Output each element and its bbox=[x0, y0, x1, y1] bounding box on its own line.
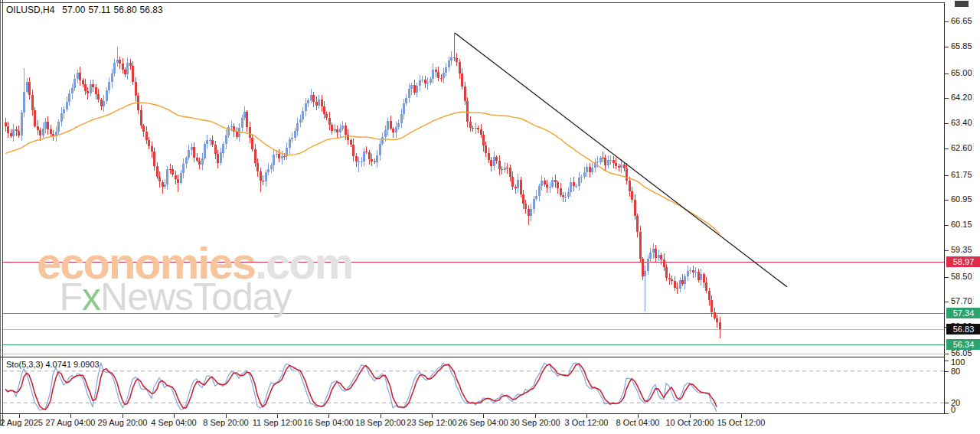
chart-top-border bbox=[0, 2, 945, 3]
price-tick-label: 63.40 bbox=[951, 118, 972, 128]
close-value: 56.83 bbox=[140, 5, 163, 15]
price-badge-57.34: 57.34 bbox=[946, 308, 980, 318]
price-tick-label: 66.65 bbox=[951, 16, 972, 26]
price-badge-56.34: 56.34 bbox=[946, 339, 980, 350]
symbol-period-label: OILUSD,H4 bbox=[6, 5, 54, 15]
stochastic-values: 4.0741 9.0903 bbox=[45, 360, 99, 369]
price-badge-56.83: 56.83 bbox=[946, 324, 980, 334]
price-tick-label: 58.50 bbox=[951, 272, 972, 282]
price-tick-label: 57.70 bbox=[951, 296, 972, 306]
chart-scroll-marker bbox=[955, 1, 969, 7]
price-tick-label: 61.75 bbox=[951, 170, 972, 180]
sto-tick-label: 80 bbox=[951, 367, 960, 376]
date-label: 15 Oct 12:00 bbox=[706, 418, 776, 427]
price-tick-label: 65.00 bbox=[951, 68, 972, 78]
chart-title: OILUSD,H457.0057.1156.8056.83 bbox=[6, 5, 166, 15]
window-left-border bbox=[0, 0, 1, 426]
moving-average-line[interactable] bbox=[5, 103, 720, 233]
low-value: 56.80 bbox=[114, 5, 137, 15]
price-tick-label: 60.95 bbox=[951, 194, 972, 204]
trendline[interactable] bbox=[455, 33, 787, 287]
price-tick-label: 60.15 bbox=[951, 220, 972, 230]
time-axis-border[interactable] bbox=[0, 413, 945, 414]
stochastic-name: Sto(5,3,3) bbox=[6, 360, 43, 369]
stochastic-label: Sto(5,3,3) 4.0741 9.0903 bbox=[6, 360, 100, 369]
panel-separator-dark[interactable] bbox=[0, 357, 945, 357]
sto-tick-label: 100 bbox=[951, 357, 965, 367]
open-value: 57.00 bbox=[62, 5, 85, 15]
high-value: 57.11 bbox=[88, 5, 110, 15]
price-tick-label: 65.85 bbox=[951, 41, 972, 51]
price-badge-58.97: 58.97 bbox=[946, 256, 980, 267]
chart-window[interactable]: economies.com FxNewsToday OILUSD,H457.00… bbox=[0, 0, 980, 434]
axis-ticks bbox=[20, 22, 949, 419]
price-tick-label: 64.20 bbox=[951, 93, 972, 103]
candlestick-layer bbox=[5, 33, 721, 338]
chart-left-border bbox=[2, 0, 3, 426]
price-tick-label: 62.60 bbox=[951, 143, 972, 153]
price-tick-label: 59.35 bbox=[951, 245, 972, 255]
panel-separator-light[interactable] bbox=[0, 354, 945, 354]
price-chart-canvas[interactable] bbox=[0, 0, 980, 434]
price-axis-border[interactable] bbox=[944, 2, 945, 414]
sto-tick-label: 0 bbox=[951, 405, 956, 414]
